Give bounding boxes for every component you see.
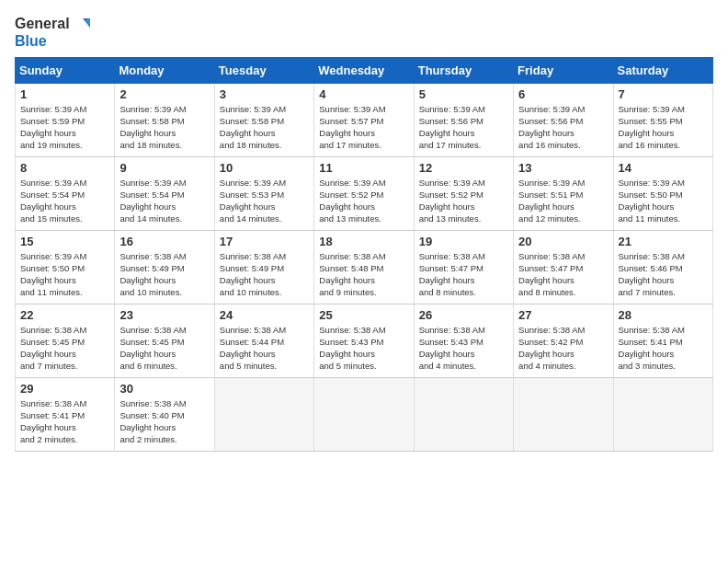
weekday-header-wednesday: Wednesday (314, 57, 414, 83)
day-cell-5: 5 Sunrise: 5:39 AM Sunset: 5:56 PM Dayli… (414, 83, 513, 156)
day-info: Sunrise: 5:39 AM Sunset: 5:54 PM Dayligh… (20, 177, 109, 225)
day-number: 24 (220, 308, 309, 322)
empty-cell (613, 377, 712, 451)
day-cell-14: 14 Sunrise: 5:39 AM Sunset: 5:50 PM Dayl… (613, 156, 712, 230)
day-number: 16 (119, 235, 209, 248)
day-number: 21 (619, 235, 708, 248)
day-number: 11 (319, 161, 408, 175)
calendar-table: SundayMondayTuesdayWednesdayThursdayFrid… (15, 57, 713, 452)
day-cell-4: 4 Sunrise: 5:39 AM Sunset: 5:57 PM Dayli… (314, 83, 414, 156)
day-info: Sunrise: 5:38 AM Sunset: 5:44 PM Dayligh… (220, 324, 309, 373)
weekday-header-tuesday: Tuesday (214, 57, 313, 83)
day-number: 3 (220, 87, 309, 101)
day-info: Sunrise: 5:38 AM Sunset: 5:41 PM Dayligh… (619, 324, 708, 373)
day-cell-12: 12 Sunrise: 5:39 AM Sunset: 5:52 PM Dayl… (414, 156, 513, 230)
logo-container: General Blue (15, 15, 90, 50)
day-info: Sunrise: 5:38 AM Sunset: 5:43 PM Dayligh… (419, 324, 508, 373)
page-header: General Blue (15, 15, 713, 50)
day-cell-17: 17 Sunrise: 5:38 AM Sunset: 5:49 PM Dayl… (214, 230, 313, 304)
day-info: Sunrise: 5:39 AM Sunset: 5:52 PM Dayligh… (419, 177, 508, 225)
day-number: 5 (419, 87, 508, 101)
day-number: 28 (619, 308, 708, 322)
day-info: Sunrise: 5:39 AM Sunset: 5:58 PM Dayligh… (220, 103, 309, 152)
week-row-5: 29 Sunrise: 5:38 AM Sunset: 5:41 PM Dayl… (16, 377, 713, 451)
day-cell-9: 9 Sunrise: 5:39 AM Sunset: 5:54 PM Dayli… (115, 156, 214, 230)
day-info: Sunrise: 5:38 AM Sunset: 5:41 PM Dayligh… (20, 397, 109, 446)
day-info: Sunrise: 5:39 AM Sunset: 5:57 PM Dayligh… (319, 103, 408, 152)
day-cell-16: 16 Sunrise: 5:38 AM Sunset: 5:49 PM Dayl… (115, 230, 214, 304)
day-cell-27: 27 Sunrise: 5:38 AM Sunset: 5:42 PM Dayl… (514, 304, 613, 377)
day-cell-26: 26 Sunrise: 5:38 AM Sunset: 5:43 PM Dayl… (414, 304, 513, 377)
day-info: Sunrise: 5:39 AM Sunset: 5:55 PM Dayligh… (619, 103, 708, 152)
day-info: Sunrise: 5:39 AM Sunset: 5:58 PM Dayligh… (119, 103, 209, 152)
day-cell-8: 8 Sunrise: 5:39 AM Sunset: 5:54 PM Dayli… (16, 156, 115, 230)
day-number: 6 (518, 87, 608, 101)
day-number: 29 (20, 382, 109, 396)
day-info: Sunrise: 5:38 AM Sunset: 5:45 PM Dayligh… (119, 324, 209, 373)
day-cell-6: 6 Sunrise: 5:39 AM Sunset: 5:56 PM Dayli… (514, 83, 613, 156)
day-cell-28: 28 Sunrise: 5:38 AM Sunset: 5:41 PM Dayl… (613, 304, 712, 377)
day-number: 15 (20, 235, 109, 248)
day-number: 2 (119, 87, 209, 101)
day-number: 23 (119, 308, 209, 322)
day-info: Sunrise: 5:38 AM Sunset: 5:49 PM Dayligh… (119, 250, 209, 299)
empty-cell (214, 377, 313, 451)
day-number: 12 (419, 161, 508, 175)
logo-text-general: General (15, 16, 70, 32)
day-cell-2: 2 Sunrise: 5:39 AM Sunset: 5:58 PM Dayli… (115, 83, 214, 156)
day-info: Sunrise: 5:39 AM Sunset: 5:59 PM Dayligh… (20, 103, 109, 152)
day-number: 20 (518, 235, 608, 248)
day-info: Sunrise: 5:38 AM Sunset: 5:42 PM Dayligh… (518, 324, 608, 373)
day-info: Sunrise: 5:38 AM Sunset: 5:47 PM Dayligh… (518, 250, 608, 299)
week-row-4: 22 Sunrise: 5:38 AM Sunset: 5:45 PM Dayl… (16, 304, 713, 377)
day-cell-15: 15 Sunrise: 5:39 AM Sunset: 5:50 PM Dayl… (16, 230, 115, 304)
day-number: 27 (518, 308, 608, 322)
day-number: 1 (20, 87, 109, 101)
day-number: 10 (220, 161, 309, 175)
day-number: 18 (319, 235, 408, 248)
day-info: Sunrise: 5:39 AM Sunset: 5:52 PM Dayligh… (319, 177, 408, 225)
week-row-2: 8 Sunrise: 5:39 AM Sunset: 5:54 PM Dayli… (16, 156, 713, 230)
day-number: 7 (619, 87, 708, 101)
day-number: 13 (518, 161, 608, 175)
empty-cell (414, 377, 513, 451)
day-cell-21: 21 Sunrise: 5:38 AM Sunset: 5:46 PM Dayl… (613, 230, 712, 304)
day-number: 26 (419, 308, 508, 322)
day-cell-23: 23 Sunrise: 5:38 AM Sunset: 5:45 PM Dayl… (115, 304, 214, 377)
day-number: 22 (20, 308, 109, 322)
logo-text-blue: Blue (15, 33, 47, 50)
day-info: Sunrise: 5:38 AM Sunset: 5:45 PM Dayligh… (20, 324, 109, 373)
day-cell-29: 29 Sunrise: 5:38 AM Sunset: 5:41 PM Dayl… (16, 377, 115, 451)
day-cell-1: 1 Sunrise: 5:39 AM Sunset: 5:59 PM Dayli… (16, 83, 115, 156)
day-cell-24: 24 Sunrise: 5:38 AM Sunset: 5:44 PM Dayl… (214, 304, 313, 377)
day-info: Sunrise: 5:38 AM Sunset: 5:48 PM Dayligh… (319, 250, 408, 299)
logo: General Blue (15, 15, 90, 50)
week-row-1: 1 Sunrise: 5:39 AM Sunset: 5:59 PM Dayli… (16, 83, 713, 156)
day-cell-10: 10 Sunrise: 5:39 AM Sunset: 5:53 PM Dayl… (214, 156, 313, 230)
day-info: Sunrise: 5:38 AM Sunset: 5:43 PM Dayligh… (319, 324, 408, 373)
day-cell-11: 11 Sunrise: 5:39 AM Sunset: 5:52 PM Dayl… (314, 156, 414, 230)
day-info: Sunrise: 5:39 AM Sunset: 5:54 PM Dayligh… (119, 177, 209, 225)
weekday-header-friday: Friday (514, 57, 613, 83)
day-info: Sunrise: 5:39 AM Sunset: 5:56 PM Dayligh… (518, 103, 608, 152)
day-number: 25 (319, 308, 408, 322)
day-number: 17 (220, 235, 309, 248)
day-cell-20: 20 Sunrise: 5:38 AM Sunset: 5:47 PM Dayl… (514, 230, 613, 304)
day-number: 19 (419, 235, 508, 248)
empty-cell (514, 377, 613, 451)
day-info: Sunrise: 5:39 AM Sunset: 5:53 PM Dayligh… (220, 177, 309, 225)
day-cell-22: 22 Sunrise: 5:38 AM Sunset: 5:45 PM Dayl… (16, 304, 115, 377)
day-number: 8 (20, 161, 109, 175)
logo-bird-icon (72, 15, 90, 33)
day-number: 9 (119, 161, 209, 175)
day-info: Sunrise: 5:39 AM Sunset: 5:50 PM Dayligh… (619, 177, 708, 225)
day-cell-3: 3 Sunrise: 5:39 AM Sunset: 5:58 PM Dayli… (214, 83, 313, 156)
week-row-3: 15 Sunrise: 5:39 AM Sunset: 5:50 PM Dayl… (16, 230, 713, 304)
day-info: Sunrise: 5:39 AM Sunset: 5:51 PM Dayligh… (518, 177, 608, 225)
day-info: Sunrise: 5:38 AM Sunset: 5:49 PM Dayligh… (220, 250, 309, 299)
day-number: 4 (319, 87, 408, 101)
day-cell-13: 13 Sunrise: 5:39 AM Sunset: 5:51 PM Dayl… (514, 156, 613, 230)
day-info: Sunrise: 5:38 AM Sunset: 5:40 PM Dayligh… (119, 397, 209, 446)
day-info: Sunrise: 5:38 AM Sunset: 5:47 PM Dayligh… (419, 250, 508, 299)
day-number: 30 (119, 382, 209, 396)
